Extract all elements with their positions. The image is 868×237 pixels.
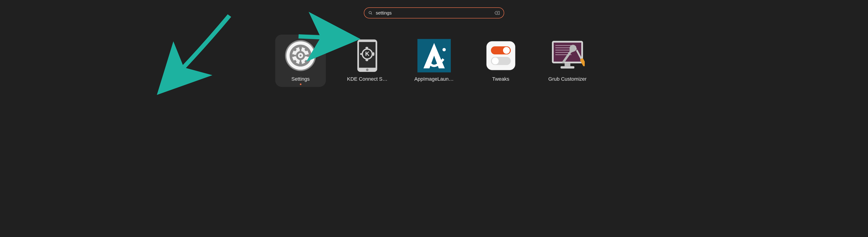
- app-label: Tweaks: [492, 76, 509, 82]
- svg-point-25: [366, 69, 369, 71]
- tweaks-icon: [484, 38, 518, 73]
- svg-rect-29: [360, 53, 363, 55]
- svg-point-37: [442, 48, 446, 51]
- grub-customizer-icon: [550, 38, 585, 73]
- app-item-tweaks[interactable]: Tweaks: [475, 34, 526, 87]
- search-input[interactable]: [376, 10, 495, 16]
- running-indicator-dot: [300, 83, 302, 85]
- svg-text:K: K: [365, 51, 369, 57]
- app-item-settings[interactable]: Settings: [275, 34, 326, 87]
- search-icon: [368, 11, 373, 15]
- app-results-grid: Settings: [0, 34, 868, 87]
- svg-point-0: [369, 11, 371, 14]
- svg-point-40: [503, 47, 510, 54]
- svg-rect-51: [561, 66, 575, 69]
- svg-line-1: [371, 14, 372, 15]
- app-item-kde-connect[interactable]: K KDE Connect S…: [342, 34, 393, 87]
- kde-connect-icon: K: [350, 38, 384, 73]
- appimage-icon: [417, 38, 451, 73]
- svg-rect-38: [487, 41, 515, 70]
- activities-overview: Settings: [0, 0, 868, 237]
- svg-point-42: [492, 57, 499, 64]
- app-label: Settings: [291, 76, 310, 82]
- svg-rect-50: [565, 63, 570, 67]
- app-label: AppImageLaun…: [414, 76, 454, 82]
- app-item-appimagelauncher[interactable]: AppImageLaun…: [409, 34, 459, 87]
- svg-point-18: [300, 55, 302, 56]
- app-label: Grub Customizer: [548, 76, 587, 82]
- search-bar[interactable]: [364, 7, 504, 19]
- app-label: KDE Connect S…: [347, 76, 388, 82]
- backspace-clear-icon[interactable]: [495, 11, 500, 15]
- settings-icon: [283, 38, 318, 73]
- app-item-grub-customizer[interactable]: Grub Customizer: [542, 34, 593, 87]
